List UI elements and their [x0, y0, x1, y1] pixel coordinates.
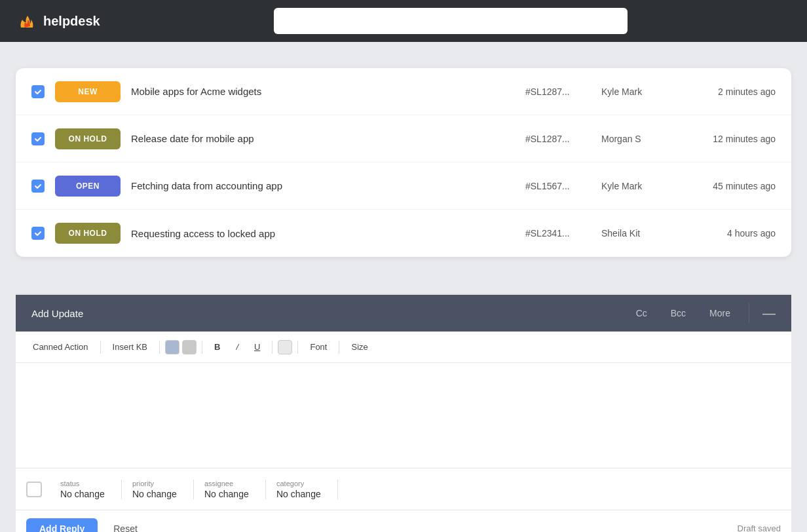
ticket-checkbox-4[interactable]: [31, 227, 45, 240]
bold-button[interactable]: B: [208, 339, 227, 354]
priority-label: priority: [132, 480, 183, 487]
ticket-checkbox-3[interactable]: [31, 180, 45, 193]
status-badge-1: NEW: [55, 81, 121, 102]
size-button[interactable]: Size: [345, 339, 374, 354]
logo: helpdesk: [16, 10, 100, 31]
logo-icon: [16, 10, 37, 31]
toolbar-sep-2: [159, 341, 160, 354]
main-content: NEW Mobile apps for Acme widgets #SL1287…: [0, 42, 807, 532]
ticket-assignee-2: Morgan S: [601, 134, 680, 144]
status-badge-4: ON HOLD: [55, 223, 121, 244]
ticket-time-4: 4 hours ago: [690, 228, 776, 238]
status-field[interactable]: status No change: [50, 480, 122, 499]
status-badge-2: ON HOLD: [55, 128, 121, 149]
search-bar[interactable]: [274, 8, 628, 34]
table-row: OPEN Fetching data from accounting app #…: [16, 162, 791, 210]
category-label: category: [276, 480, 327, 487]
ticket-time-3: 45 minutes ago: [690, 181, 776, 191]
assignee-label: assignee: [204, 480, 255, 487]
category-field[interactable]: category No change: [266, 480, 338, 499]
divider: [749, 303, 749, 323]
priority-value: No change: [132, 489, 183, 499]
ticket-assignee-4: Sheila Kit: [601, 228, 680, 238]
ticket-assignee-3: Kyle Mark: [601, 181, 680, 191]
ticket-title-3: Fetching data from accounting app: [131, 180, 515, 191]
header: helpdesk: [0, 0, 807, 42]
font-button[interactable]: Font: [303, 339, 333, 354]
ticket-title-4: Requesting access to locked app: [131, 228, 515, 239]
add-update-label: Add Update: [31, 308, 83, 319]
toolbar-sep-3: [202, 341, 202, 354]
underline-button[interactable]: U: [248, 339, 267, 354]
ticket-id-3: #SL1567...: [525, 181, 591, 191]
canned-action-button[interactable]: Canned Action: [26, 339, 95, 354]
status-label: status: [60, 480, 111, 487]
ticket-id-4: #SL2341...: [525, 228, 591, 238]
bcc-button[interactable]: Bcc: [666, 305, 691, 321]
cc-button[interactable]: Cc: [631, 305, 652, 321]
reset-button[interactable]: Reset: [105, 518, 145, 533]
editor-toolbar: Canned Action Insert KB B / U Font Size: [16, 332, 791, 363]
color-swatch-blue[interactable]: [165, 340, 179, 354]
ticket-time-2: 12 minutes ago: [690, 134, 776, 144]
table-row: ON HOLD Release date for mobile app #SL1…: [16, 115, 791, 162]
add-reply-button[interactable]: Add Reply: [26, 518, 98, 533]
add-update-bar: Add Update Cc Bcc More —: [16, 295, 791, 332]
ticket-id-2: #SL1287...: [525, 134, 591, 144]
assignee-field[interactable]: assignee No change: [194, 480, 266, 499]
table-row: ON HOLD Requesting access to locked app …: [16, 210, 791, 257]
status-value: No change: [60, 489, 111, 499]
assignee-value: No change: [204, 489, 255, 499]
table-row: NEW Mobile apps for Acme widgets #SL1287…: [16, 68, 791, 115]
tickets-card: NEW Mobile apps for Acme widgets #SL1287…: [16, 68, 791, 257]
ticket-title-1: Mobile apps for Acme widgets: [131, 86, 515, 97]
editor-panel: Add Update Cc Bcc More — Canned Action I…: [16, 294, 791, 532]
toolbar-sep-6: [339, 341, 339, 354]
ticket-checkbox-1[interactable]: [31, 85, 45, 98]
ticket-id-1: #SL1287...: [525, 86, 591, 97]
ticket-checkbox-2[interactable]: [31, 132, 45, 145]
category-value: No change: [276, 489, 327, 499]
color-swatch-light[interactable]: [278, 340, 292, 354]
search-input[interactable]: [274, 8, 628, 34]
color-swatch-gray[interactable]: [182, 340, 197, 354]
logo-text: helpdesk: [43, 14, 100, 29]
toolbar-sep-5: [297, 341, 298, 354]
actions-bar: Add Reply Reset Draft saved: [16, 510, 791, 532]
ticket-title-2: Release date for mobile app: [131, 133, 515, 144]
draft-saved-label: Draft saved: [738, 523, 781, 532]
toolbar-sep-1: [100, 341, 101, 354]
ticket-time-1: 2 minutes ago: [690, 86, 776, 97]
toolbar-sep-4: [272, 341, 272, 354]
insert-kb-button[interactable]: Insert KB: [106, 339, 154, 354]
add-update-actions: Cc Bcc More —: [631, 303, 776, 323]
footer-checkbox[interactable]: [26, 482, 42, 497]
more-button[interactable]: More: [704, 305, 736, 321]
minimize-button[interactable]: —: [762, 307, 776, 320]
status-badge-3: OPEN: [55, 176, 121, 197]
priority-field[interactable]: priority No change: [122, 480, 194, 499]
footer-fields-bar: status No change priority No change assi…: [16, 468, 791, 510]
italic-button[interactable]: /: [229, 339, 245, 354]
ticket-assignee-1: Kyle Mark: [601, 86, 680, 97]
editor-area[interactable]: [16, 363, 791, 468]
